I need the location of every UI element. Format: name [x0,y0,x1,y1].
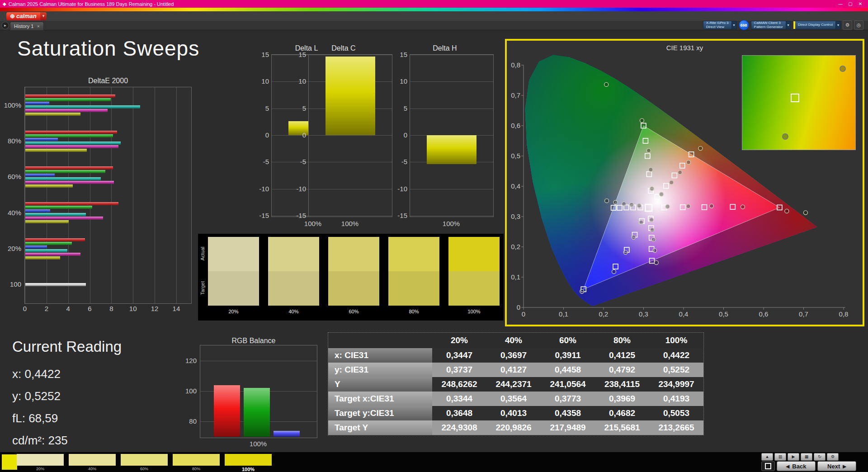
row-label: Target y:CIE31 [328,406,432,420]
measured-marker [650,228,654,232]
gridline [309,189,392,189]
minimize-button[interactable]: — [835,1,845,6]
bar [25,238,85,241]
meter-device-label: X-Rite i1Pro 3 Direct View [703,21,732,29]
target-swatch [448,271,500,306]
deltae2000-chart: DeltaE 2000 02468101214100%80%60%40%20%1… [24,77,192,312]
measured-marker [640,118,644,123]
pattern-swatch[interactable] [173,454,220,466]
axis-group-label: 60% [8,173,21,180]
axis-tick-label: 0,4 [511,182,520,190]
bar [25,184,73,188]
meter-device-button[interactable]: X-Rite i1Pro 3 Direct View ▾ [703,21,737,29]
table-cell: 0,4458 [541,365,595,375]
pattern-swatch[interactable] [69,454,116,466]
bar [25,138,58,141]
table-cell: 0,4125 [595,350,649,360]
axis-tick-label: 8 [105,305,117,312]
table-cell: 220,9826 [486,423,541,433]
pattern-swatch[interactable] [17,454,64,466]
axis-tick-label: -15 [397,212,407,219]
pattern-swatch[interactable] [121,454,168,466]
table-cell: 217,9489 [541,423,595,433]
play-button[interactable]: ▶ [788,453,799,461]
axis-tick-label: 10 [298,77,306,85]
actual-swatch [328,237,379,271]
maximize-button[interactable]: ▢ [845,1,855,6]
refresh-button[interactable]: ↻ [814,453,826,461]
measured-marker [678,170,682,175]
bar [25,98,111,101]
close-button[interactable]: ✕ [855,1,865,6]
bar [25,170,105,173]
tab-history-1[interactable]: History 1 ✕ [10,22,44,30]
bar [25,206,92,209]
display-control-button[interactable]: Direct Display Control ▾ [793,21,841,29]
next-button[interactable]: Next ▶ [817,461,856,471]
calman-logo-text: calman [16,13,37,19]
measured-marker [604,82,609,86]
table-row: Y248,6262244,2371241,0564238,4115234,999… [328,377,703,392]
measured-marker [639,220,643,224]
axis-tick-label: 0 [404,131,407,139]
calman-menu-button[interactable]: ⊕calman ▾ [6,12,47,20]
meter-line2: Direct View [706,25,729,29]
bar [25,242,72,245]
measured-marker [654,260,658,264]
rgb-balance-plot: 80100120 [200,345,317,438]
table-cell: 213,2665 [649,423,703,433]
table-row: Target Y224,9308220,9826217,9489215,5681… [328,420,703,435]
axis-tick-label: 0,4 [679,310,689,318]
table-cell: 0,3564 [486,394,541,404]
measured-marker [698,146,703,151]
back-label: Back [792,463,806,470]
pattern-window-button[interactable] [761,461,775,471]
current-reading: Current Reading x: 0,4422 y: 0,5252 fL: … [12,338,122,456]
export-button[interactable]: ▲ [761,453,773,461]
power-icon[interactable]: ◎ [854,20,863,30]
delta-h-title: Delta H [396,44,494,52]
gridline [90,87,90,303]
bar [25,113,80,116]
swatch-label: 20% [208,309,259,314]
measured-marker [649,168,653,172]
cie-zoom-inset [742,55,856,150]
chevron-down-icon[interactable]: ▾ [836,21,841,29]
bar [25,102,49,105]
column-header: 100% [649,335,703,345]
table-cell: 215,5681 [595,423,649,433]
pattern-generator-button[interactable]: CalMAN Client 3 Pattern Generator ▾ [751,21,791,29]
bar [25,177,101,180]
tab-close-icon[interactable]: ✕ [37,24,40,28]
measured-marker [622,202,626,206]
rgb-balance-title: RGB Balance [188,337,319,345]
table-row: Target y:CIE310,36480,40130,43580,46820,… [328,406,703,420]
axis-tick-label: -5 [263,158,269,165]
pattern-swatch[interactable] [225,454,272,466]
measured-marker [660,192,664,196]
axis-tick-label: 12 [149,305,160,312]
axis-group-label: 100 [10,280,21,288]
table-cell: 0,3344 [432,394,486,404]
settings-button[interactable]: ⚙ [827,453,839,461]
axis-tick-label: -5 [401,158,407,165]
display-control-label: Direct Display Control [793,21,836,29]
print-button[interactable]: ▥ [774,453,786,461]
save-button[interactable]: ▦ [801,453,812,461]
table-cell: 0,5053 [649,408,703,418]
measured-marker [686,204,690,208]
axis-group-label: 80% [8,137,21,145]
gridline [410,81,493,82]
chevron-down-icon[interactable]: ▾ [786,21,791,29]
gridline [200,361,317,361]
gear-icon[interactable]: ⚙ [843,20,852,30]
back-button[interactable]: ◀ Back [777,461,816,471]
axis-tick-label: 5 [302,104,306,112]
measured-marker [613,200,618,204]
display-control-color-tag [793,21,795,29]
bar [25,217,103,220]
axis-group-label: 100% [4,101,21,109]
tab-scroll-button[interactable]: ▸ [1,22,9,29]
axis-tick-label: 0,2 [599,310,609,318]
chevron-down-icon[interactable]: ▾ [732,21,737,29]
